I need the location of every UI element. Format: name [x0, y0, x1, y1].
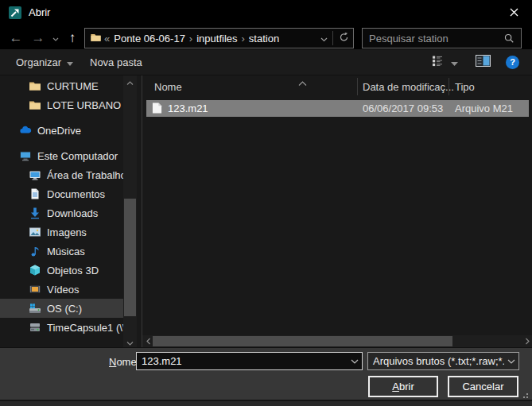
scroll-up-button[interactable] [123, 75, 137, 87]
documents-icon [29, 188, 41, 200]
sidebar-item-objetos-3d[interactable]: Objetos 3D [0, 261, 123, 280]
sidebar-item-onedrive[interactable]: OneDrive [0, 121, 123, 140]
combo-chevron-icon[interactable] [348, 359, 362, 364]
breadcrumb-item[interactable]: inputfiles [194, 33, 239, 44]
sidebar-item-videos[interactable]: Vídeos [0, 280, 123, 299]
address-divider [332, 31, 333, 45]
sidebar-item-curtume[interactable]: CURTUME [0, 76, 123, 95]
sidebar-item-label: Músicas [47, 246, 85, 257]
sidebar-item-os-c[interactable]: OS (C:) [0, 299, 123, 318]
scroll-right-button[interactable] [522, 335, 532, 347]
filename-label: Nome: [109, 356, 139, 368]
sidebar-item-imagens[interactable]: Imagens [0, 222, 123, 242]
address-dropdown-button[interactable] [316, 29, 332, 48]
refresh-icon [339, 32, 349, 44]
breadcrumb-item[interactable]: Ponte 06-06-17 [111, 33, 188, 44]
sidebar-item-label: CURTUME [47, 80, 99, 92]
sidebar-item-lote-urbano[interactable]: LOTE URBANO DA ( [0, 95, 123, 114]
sidebar-item-label: LOTE URBANO DA ( [47, 99, 123, 111]
navigation-bar: ← → ↑ « Ponte 06-06-17 › inputfiles › st… [0, 25, 532, 49]
up-icon: ↑ [69, 31, 76, 44]
filename-combobox[interactable] [136, 352, 363, 370]
file-icon [152, 102, 162, 114]
preview-pane-icon [476, 55, 491, 69]
folder-icon [29, 79, 41, 92]
address-folder-icon [90, 32, 103, 44]
onedrive-icon [19, 124, 32, 137]
breadcrumb-overflow[interactable]: « [103, 33, 111, 44]
dialog-content: CURTUME LOTE URBANO DA ( OneDrive Este C… [0, 75, 532, 347]
column-divider[interactable] [357, 78, 358, 95]
breadcrumb-item[interactable]: station [247, 33, 282, 44]
app-icon [9, 6, 21, 19]
sidebar-item-documentos[interactable]: Documentos [0, 184, 123, 203]
desktop-icon [29, 168, 41, 181]
open-button-mnemonic: A [392, 381, 399, 392]
organize-label: Organizar [16, 56, 61, 68]
sidebar-item-este-computador[interactable]: Este Computador [0, 146, 123, 165]
filetype-value: Arquivos brutos (*.txt;*.raw;*.c2 [368, 355, 504, 367]
downloads-icon [29, 207, 41, 219]
organize-button[interactable]: Organizar [16, 49, 73, 75]
file-row-selected[interactable]: 123.m21 06/06/2017 09:53 Arquivo M21 [146, 100, 529, 117]
computer-icon [19, 149, 32, 162]
filetype-combobox[interactable]: Arquivos brutos (*.txt;*.raw;*.c2 [367, 352, 519, 370]
network-drive-icon [29, 321, 41, 334]
up-button[interactable]: ↑ [64, 25, 81, 49]
back-button[interactable]: ← [6, 25, 25, 49]
recent-locations-button[interactable] [49, 25, 62, 49]
horizontal-scrollbar-thumb[interactable] [153, 336, 452, 346]
sidebar-item-label: Documentos [47, 188, 105, 200]
dialog-footer: Nome: Arquivos brutos (*.txt;*.raw;*.c2 … [0, 347, 532, 400]
combo-chevron-icon[interactable] [504, 359, 518, 364]
file-name: 123.m21 [168, 102, 208, 114]
address-bar[interactable]: « Ponte 06-06-17 › inputfiles › station [84, 28, 354, 48]
music-icon [29, 245, 41, 257]
breadcrumb-separator: › [188, 33, 194, 44]
sidebar-scrollbar-thumb[interactable] [124, 199, 136, 316]
breadcrumb-chevron-icon [320, 33, 328, 44]
views-button[interactable] [432, 49, 445, 75]
preview-pane-button[interactable] [476, 49, 491, 75]
cancel-button[interactable]: Cancelar [448, 376, 518, 397]
search-input[interactable] [363, 33, 503, 44]
column-divider[interactable] [449, 78, 449, 95]
filename-label-mnemonic: N [109, 356, 116, 368]
sidebar-item-label: OS (C:) [47, 303, 82, 315]
sidebar-item-timecapsule1[interactable]: TimeCapsule1 (\\Ti [0, 318, 123, 337]
scroll-left-button[interactable] [142, 335, 153, 347]
column-header-name[interactable]: Nome [154, 81, 182, 93]
forward-button[interactable]: → [29, 25, 48, 49]
open-button-label: brir [399, 381, 414, 392]
search-icon [503, 33, 521, 44]
column-header-type[interactable]: Tipo [455, 81, 475, 93]
views-dropdown-button[interactable] [451, 49, 458, 75]
window-title: Abrir [29, 6, 50, 18]
sidebar-item-area-de-trabalho[interactable]: Área de Trabalho [0, 165, 123, 184]
sidebar-item-label: Área de Trabalho [47, 169, 123, 181]
sidebar-item-musicas[interactable]: Músicas [0, 242, 123, 261]
sidebar-item-label: Este Computador [37, 150, 118, 162]
new-folder-button[interactable]: Nova pasta [90, 49, 142, 75]
sidebar-scrollbar[interactable] [123, 75, 137, 347]
file-list-horizontal-scrollbar[interactable] [142, 335, 532, 347]
resize-grip-icon[interactable] [519, 392, 529, 400]
organize-dropdown-icon [67, 56, 73, 68]
sidebar-item-downloads[interactable]: Downloads [0, 203, 123, 222]
sidebar-item-label: OneDrive [37, 125, 81, 137]
filename-input[interactable] [137, 355, 348, 367]
scroll-down-button[interactable] [123, 336, 137, 347]
file-modified-date: 06/06/2017 09:53 [363, 102, 443, 114]
open-button[interactable]: Abrir [368, 376, 438, 397]
views-icon [432, 56, 445, 69]
close-button[interactable] [496, 0, 532, 25]
os-drive-icon [29, 302, 41, 315]
scroll-right-icon [526, 335, 530, 347]
column-header-modified[interactable]: Data de modificaç... [363, 81, 454, 93]
help-button[interactable]: ? [506, 49, 519, 75]
videos-icon [29, 283, 41, 296]
refresh-button[interactable] [334, 29, 353, 48]
navigation-sidebar: CURTUME LOTE URBANO DA ( OneDrive Este C… [0, 75, 123, 347]
sidebar-item-label: Downloads [47, 207, 98, 219]
help-icon: ? [506, 56, 519, 69]
